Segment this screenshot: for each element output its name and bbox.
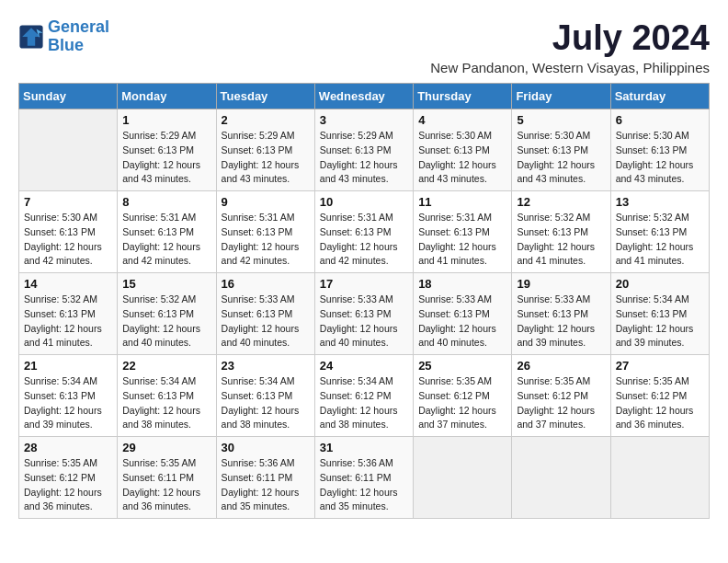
day-info: Sunrise: 5:29 AMSunset: 6:13 PMDaylight:… <box>122 129 210 187</box>
day-number: 29 <box>122 441 210 454</box>
day-info: Sunrise: 5:32 AMSunset: 6:13 PMDaylight:… <box>24 293 112 350</box>
day-number: 1 <box>122 113 210 127</box>
day-number: 10 <box>320 195 408 209</box>
day-number: 2 <box>222 113 310 127</box>
calendar-cell: 18Sunrise: 5:33 AMSunset: 6:13 PMDayligh… <box>414 273 512 355</box>
day-number: 9 <box>222 195 310 209</box>
calendar-cell <box>414 437 512 519</box>
calendar-cell: 20Sunrise: 5:34 AMSunset: 6:13 PMDayligh… <box>610 273 709 355</box>
day-number: 6 <box>616 113 704 127</box>
day-number: 19 <box>517 277 605 291</box>
day-info: Sunrise: 5:32 AMSunset: 6:13 PMDaylight:… <box>616 211 704 269</box>
day-info: Sunrise: 5:31 AMSunset: 6:13 PMDaylight:… <box>320 211 408 269</box>
day-number: 14 <box>24 277 112 291</box>
day-number: 11 <box>418 195 506 209</box>
day-info: Sunrise: 5:36 AMSunset: 6:11 PMDaylight:… <box>320 456 408 514</box>
day-number: 3 <box>320 113 408 127</box>
day-info: Sunrise: 5:35 AMSunset: 6:12 PMDaylight:… <box>418 374 506 432</box>
day-info: Sunrise: 5:33 AMSunset: 6:13 PMDaylight:… <box>320 293 408 350</box>
calendar-cell: 21Sunrise: 5:34 AMSunset: 6:13 PMDayligh… <box>19 355 118 437</box>
day-info: Sunrise: 5:32 AMSunset: 6:13 PMDaylight:… <box>122 293 210 350</box>
logo-line2: Blue <box>48 36 84 54</box>
col-header-thursday: Thursday <box>414 84 512 109</box>
day-number: 30 <box>222 441 310 454</box>
day-info: Sunrise: 5:31 AMSunset: 6:13 PMDaylight:… <box>222 211 310 269</box>
day-info: Sunrise: 5:34 AMSunset: 6:12 PMDaylight:… <box>320 374 408 432</box>
day-info: Sunrise: 5:32 AMSunset: 6:13 PMDaylight:… <box>517 211 605 269</box>
calendar-cell: 1Sunrise: 5:29 AMSunset: 6:13 PMDaylight… <box>118 109 216 191</box>
calendar-cell: 25Sunrise: 5:35 AMSunset: 6:12 PMDayligh… <box>414 355 512 437</box>
day-number: 25 <box>418 359 506 373</box>
col-header-saturday: Saturday <box>610 84 709 109</box>
calendar-table: SundayMondayTuesdayWednesdayThursdayFrid… <box>18 83 710 519</box>
day-number: 16 <box>222 277 310 291</box>
title-block: July 2024 New Pandanon, Western Visayas,… <box>430 18 710 75</box>
day-info: Sunrise: 5:34 AMSunset: 6:13 PMDaylight:… <box>616 293 704 350</box>
day-number: 7 <box>24 195 112 209</box>
logo-icon <box>18 24 44 50</box>
day-number: 12 <box>517 195 605 209</box>
calendar-cell: 4Sunrise: 5:30 AMSunset: 6:13 PMDaylight… <box>414 109 512 191</box>
calendar-cell: 30Sunrise: 5:36 AMSunset: 6:11 PMDayligh… <box>216 437 314 519</box>
day-number: 31 <box>320 441 408 454</box>
day-info: Sunrise: 5:30 AMSunset: 6:13 PMDaylight:… <box>517 129 605 187</box>
day-info: Sunrise: 5:30 AMSunset: 6:13 PMDaylight:… <box>616 129 704 187</box>
day-info: Sunrise: 5:30 AMSunset: 6:13 PMDaylight:… <box>418 129 506 187</box>
col-header-friday: Friday <box>512 84 610 109</box>
day-number: 20 <box>616 277 704 291</box>
day-number: 28 <box>24 441 112 454</box>
day-info: Sunrise: 5:35 AMSunset: 6:11 PMDaylight:… <box>122 456 210 514</box>
calendar-cell: 13Sunrise: 5:32 AMSunset: 6:13 PMDayligh… <box>610 191 709 273</box>
calendar-cell: 22Sunrise: 5:34 AMSunset: 6:13 PMDayligh… <box>118 355 216 437</box>
day-number: 22 <box>122 359 210 373</box>
location-title: New Pandanon, Western Visayas, Philippin… <box>430 60 710 75</box>
calendar-cell: 11Sunrise: 5:31 AMSunset: 6:13 PMDayligh… <box>414 191 512 273</box>
day-number: 23 <box>222 359 310 373</box>
calendar-cell: 16Sunrise: 5:33 AMSunset: 6:13 PMDayligh… <box>216 273 314 355</box>
calendar-cell: 24Sunrise: 5:34 AMSunset: 6:12 PMDayligh… <box>314 355 413 437</box>
day-number: 15 <box>122 277 210 291</box>
day-number: 5 <box>517 113 605 127</box>
logo-line1: General <box>48 17 109 36</box>
day-info: Sunrise: 5:35 AMSunset: 6:12 PMDaylight:… <box>616 374 704 432</box>
day-info: Sunrise: 5:30 AMSunset: 6:13 PMDaylight:… <box>24 211 112 269</box>
day-info: Sunrise: 5:31 AMSunset: 6:13 PMDaylight:… <box>122 211 210 269</box>
day-info: Sunrise: 5:31 AMSunset: 6:13 PMDaylight:… <box>418 211 506 269</box>
day-number: 21 <box>24 359 112 373</box>
day-info: Sunrise: 5:36 AMSunset: 6:11 PMDaylight:… <box>222 456 310 514</box>
day-number: 4 <box>418 113 506 127</box>
day-info: Sunrise: 5:29 AMSunset: 6:13 PMDaylight:… <box>320 129 408 187</box>
calendar-cell: 9Sunrise: 5:31 AMSunset: 6:13 PMDaylight… <box>216 191 314 273</box>
col-header-sunday: Sunday <box>19 84 118 109</box>
calendar-cell: 29Sunrise: 5:35 AMSunset: 6:11 PMDayligh… <box>118 437 216 519</box>
calendar-cell: 14Sunrise: 5:32 AMSunset: 6:13 PMDayligh… <box>19 273 118 355</box>
day-info: Sunrise: 5:33 AMSunset: 6:13 PMDaylight:… <box>222 293 310 350</box>
calendar-cell: 28Sunrise: 5:35 AMSunset: 6:12 PMDayligh… <box>19 437 118 519</box>
day-info: Sunrise: 5:35 AMSunset: 6:12 PMDaylight:… <box>24 456 112 514</box>
calendar-cell: 5Sunrise: 5:30 AMSunset: 6:13 PMDaylight… <box>512 109 610 191</box>
day-info: Sunrise: 5:33 AMSunset: 6:13 PMDaylight:… <box>418 293 506 350</box>
calendar-cell: 23Sunrise: 5:34 AMSunset: 6:13 PMDayligh… <box>216 355 314 437</box>
day-number: 26 <box>517 359 605 373</box>
calendar-cell: 6Sunrise: 5:30 AMSunset: 6:13 PMDaylight… <box>610 109 709 191</box>
day-info: Sunrise: 5:33 AMSunset: 6:13 PMDaylight:… <box>517 293 605 350</box>
calendar-cell: 17Sunrise: 5:33 AMSunset: 6:13 PMDayligh… <box>314 273 413 355</box>
calendar-cell <box>19 109 118 191</box>
day-info: Sunrise: 5:34 AMSunset: 6:13 PMDaylight:… <box>222 374 310 432</box>
day-info: Sunrise: 5:29 AMSunset: 6:13 PMDaylight:… <box>222 129 310 187</box>
calendar-cell: 8Sunrise: 5:31 AMSunset: 6:13 PMDaylight… <box>118 191 216 273</box>
calendar-cell: 15Sunrise: 5:32 AMSunset: 6:13 PMDayligh… <box>118 273 216 355</box>
col-header-tuesday: Tuesday <box>216 84 314 109</box>
calendar-cell: 19Sunrise: 5:33 AMSunset: 6:13 PMDayligh… <box>512 273 610 355</box>
col-header-monday: Monday <box>118 84 216 109</box>
calendar-cell: 7Sunrise: 5:30 AMSunset: 6:13 PMDaylight… <box>19 191 118 273</box>
day-info: Sunrise: 5:35 AMSunset: 6:12 PMDaylight:… <box>517 374 605 432</box>
calendar-cell <box>610 437 709 519</box>
day-number: 27 <box>616 359 704 373</box>
day-number: 18 <box>418 277 506 291</box>
calendar-cell: 10Sunrise: 5:31 AMSunset: 6:13 PMDayligh… <box>314 191 413 273</box>
day-number: 8 <box>122 195 210 209</box>
calendar-cell <box>512 437 610 519</box>
logo: General Blue <box>18 18 109 55</box>
calendar-cell: 12Sunrise: 5:32 AMSunset: 6:13 PMDayligh… <box>512 191 610 273</box>
